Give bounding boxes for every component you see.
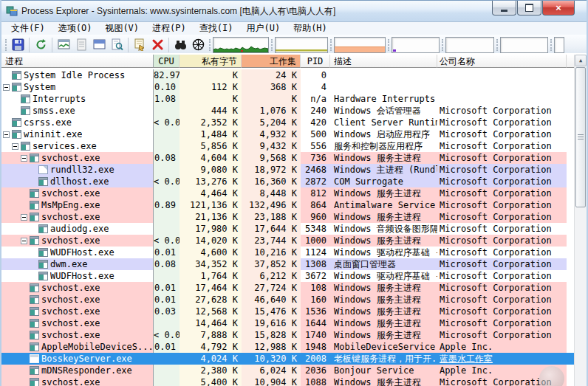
toolbar-grip[interactable] xyxy=(5,39,7,51)
system-information-button[interactable] xyxy=(55,36,72,54)
process-row[interactable]: BosskeyServer.exe4,024 K10,320 K2008老板键服… xyxy=(1,353,587,365)
tree-collapse-toggle[interactable] xyxy=(21,238,27,244)
process-row[interactable]: rundll32.exe9,080 K18,972 K2468Windows 主… xyxy=(1,164,587,176)
menu-item-find[interactable]: 查找(I) xyxy=(193,22,240,35)
process-row[interactable]: svchost.exe0.0117,464 K27,724 K108Window… xyxy=(1,282,587,294)
process-row[interactable]: services.exe5,856 K9,432 K556服务和控制器应用程序M… xyxy=(1,140,587,152)
menu-item-view[interactable]: 视图(V) xyxy=(98,22,146,35)
private-bytes-cell: 2,352 K xyxy=(180,117,242,128)
menu-item-help[interactable]: 帮助(H) xyxy=(287,22,334,35)
process-row[interactable]: smss.exe444 K1,076 K240Windows 会话管理器Micr… xyxy=(1,105,587,117)
tree-collapse-toggle[interactable] xyxy=(3,131,10,138)
process-row[interactable]: csrss.exe< 0.012,352 K5,204 K420Client S… xyxy=(1,117,587,128)
process-row[interactable]: svchost.exe5,400 K10,904 K1088Windows 服务… xyxy=(1,376,587,386)
minimize-button[interactable] xyxy=(492,1,516,15)
column-header-process[interactable]: 进程 xyxy=(1,55,154,68)
scrollbar-thumb[interactable] xyxy=(575,67,586,207)
tree-collapse-toggle[interactable] xyxy=(12,143,18,150)
window-title: Process Explorer - Sysinternals: www.sys… xyxy=(21,5,335,18)
process-row[interactable]: svchost.exe14,464 K19,616 K1644Windows 服… xyxy=(1,317,587,329)
gpu-history-graph[interactable] xyxy=(392,37,440,53)
document-icon xyxy=(75,38,88,51)
commit-history-graph[interactable] xyxy=(275,37,328,53)
lower-pane-button[interactable] xyxy=(90,36,108,54)
toolbar-grip[interactable] xyxy=(442,39,443,51)
pid-cell: 420 xyxy=(301,117,330,128)
company-cell: Microsoft Corporation xyxy=(437,164,567,176)
menu-item-process[interactable]: 进程(P) xyxy=(146,22,193,35)
tree-collapse-toggle[interactable] xyxy=(21,155,27,162)
process-row[interactable]: wininit.exe1,484 K4,932 K500Windows 启动应用… xyxy=(1,128,587,140)
menu-item-file[interactable]: 文件(F) xyxy=(4,22,52,35)
column-header-private_bytes[interactable]: 私有字节 xyxy=(180,55,242,68)
toolbar-grip[interactable] xyxy=(271,39,273,51)
process-row[interactable]: svchost.exe0.0312,568 K15,476 K1536Windo… xyxy=(1,306,587,317)
toolbar-grip[interactable] xyxy=(550,39,552,51)
kill-process-button[interactable] xyxy=(148,36,166,54)
column-header-pid[interactable]: PID xyxy=(301,55,330,68)
working-set-cell: 5,204 K xyxy=(242,117,301,128)
io-history-graph[interactable] xyxy=(334,37,386,53)
column-header-description[interactable]: 描述 xyxy=(330,55,437,68)
pid-cell: 1000 xyxy=(301,235,330,247)
scroll-up-button[interactable]: ▲ xyxy=(575,55,587,66)
toolbar-grip[interactable] xyxy=(330,39,332,51)
column-header-company[interactable]: 公司名称 xyxy=(437,55,567,68)
toolbar-grip[interactable] xyxy=(496,39,498,51)
process-name-cell: svchost.exe xyxy=(1,294,154,306)
maximize-button[interactable] xyxy=(517,1,541,15)
process-name-cell: svchost.exe xyxy=(1,187,154,199)
process-tree-button[interactable] xyxy=(72,36,90,54)
process-row[interactable]: WUDFHost.exe1,764 K6,212 K3672Windows 驱动… xyxy=(1,270,587,282)
process-row[interactable]: mDNSResponder.exe2,380 K6,024 K2036Bonjo… xyxy=(1,365,587,376)
cpu-cell: 0.08 xyxy=(154,152,180,164)
process-row[interactable]: Interrupts1.08KKn/aHardware Interrupts a… xyxy=(1,93,587,105)
process-row[interactable]: System Idle Process82.97K24 K0 xyxy=(1,69,587,81)
process-name-label: svchost.exe xyxy=(41,211,100,223)
column-header-working_set[interactable]: 工作集 xyxy=(242,55,301,68)
vertical-scrollbar[interactable]: ▲ xyxy=(574,55,587,386)
find-window-button[interactable] xyxy=(189,36,207,54)
graph-panel-6[interactable] xyxy=(500,37,548,53)
close-button[interactable]: × xyxy=(542,1,575,15)
menu-item-users[interactable]: 用户(U) xyxy=(239,22,287,35)
description-cell: 桌面窗口管理器 xyxy=(330,258,437,270)
refresh-button[interactable] xyxy=(32,36,49,54)
toolbar-grip[interactable] xyxy=(388,39,389,51)
process-row[interactable]: MsMpEng.exe0.89121,136 K132,496 K864Anti… xyxy=(1,199,587,211)
process-name-label: svchost.exe xyxy=(41,329,100,341)
working-set-cell: K xyxy=(242,93,301,105)
process-row[interactable]: audiodg.exe17,980 K17,644 K5348Windows 音… xyxy=(1,223,587,235)
process-row[interactable]: svchost.exe0.0127,628 K46,640 K160Window… xyxy=(1,294,587,306)
menu-item-options[interactable]: 选项(O) xyxy=(52,22,99,35)
graph-panel-7[interactable] xyxy=(554,37,564,53)
graph-panel-5[interactable] xyxy=(445,37,494,53)
toolbar-grip[interactable] xyxy=(209,39,211,51)
find-handle-button[interactable] xyxy=(171,36,189,54)
process-row[interactable]: svchost.exe4,464 K8,448 K812Windows 服务主进… xyxy=(1,187,587,199)
process-row[interactable]: AppleMobileDeviceS...0.014,792 K12,988 K… xyxy=(1,341,587,353)
company-cell: Microsoft Corporation xyxy=(437,105,567,117)
save-button[interactable] xyxy=(9,36,27,54)
process-row[interactable]: svchost.exe0.084,604 K9,568 K736Windows … xyxy=(1,152,587,164)
process-row[interactable]: svchost.exe21,136 K23,188 K960Windows 服务… xyxy=(1,211,587,223)
tree-collapse-toggle[interactable] xyxy=(21,214,27,221)
view-dlls-button[interactable] xyxy=(108,36,126,54)
process-name-cell: mDNSResponder.exe xyxy=(1,365,154,376)
process-row[interactable]: svchost.exe< 0.0114,020 K23,744 K1000Win… xyxy=(1,235,587,247)
private-bytes-cell: 27,628 K xyxy=(180,294,242,306)
cpu-usage-graph[interactable] xyxy=(213,37,269,53)
properties-button[interactable] xyxy=(131,36,148,54)
process-icon xyxy=(38,248,48,257)
process-row[interactable]: System0.10112 K368 K4 xyxy=(1,81,587,93)
process-row[interactable]: svchost.exe< 0.017,888 K15,828 K1740Wind… xyxy=(1,329,587,341)
column-header-cpu[interactable]: CPU xyxy=(154,55,180,68)
titlebar[interactable]: Process Explorer - Sysinternals: www.sys… xyxy=(1,0,587,22)
process-row[interactable]: WUDFHost.exe0.014,600 K10,216 K1124Windo… xyxy=(1,247,587,258)
tree-collapse-toggle[interactable] xyxy=(3,84,10,91)
description-cell: Windows 会话管理器 xyxy=(330,105,437,117)
description-cell: COM Surrogate xyxy=(330,176,437,187)
process-row[interactable]: dllhost.exe< 0.0113,276 K16,360 K2872COM… xyxy=(1,176,587,187)
process-row[interactable]: dwm.exe0.0834,352 K37,852 K1308桌面窗口管理器Mi… xyxy=(1,258,587,270)
cpu-cell: 0.10 xyxy=(154,81,180,93)
